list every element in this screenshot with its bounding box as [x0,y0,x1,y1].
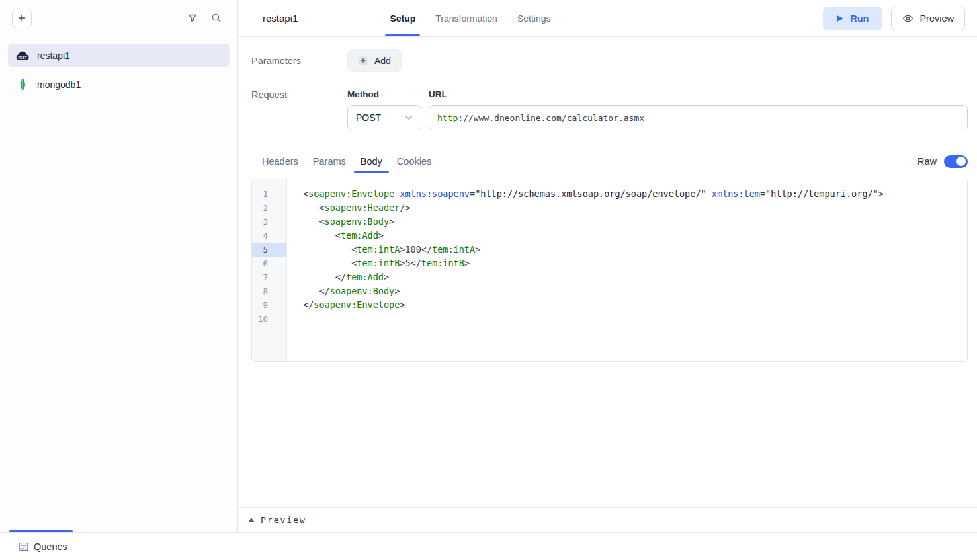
tab-body[interactable]: Body [354,150,389,173]
filter-button[interactable] [183,9,202,28]
line-number: 9 [252,298,286,312]
code-line[interactable]: <tem:intB>5</tem:intB> [303,257,967,270]
preview-panel-toggle[interactable]: Preview [238,507,977,532]
code-line[interactable]: </soapenv:Body> [303,284,967,298]
method-label: Method [347,89,421,99]
editor-gutter: 12345678910 [252,179,287,361]
method-select[interactable]: POST [347,105,421,130]
code-line[interactable]: <tem:Add> [303,229,967,243]
preview-panel-label: Preview [261,515,306,525]
line-number: 1 [252,187,286,201]
mongodb-icon [14,78,31,91]
raw-label: Raw [917,156,937,167]
entity-list: REST restapi1 mongodb1 [0,37,237,103]
tab-transformation[interactable]: Transformation [425,0,507,36]
add-entity-button[interactable] [12,9,32,28]
tab-cookies[interactable]: Cookies [390,150,438,173]
setup-content: Parameters Add Request Method POST [238,37,977,507]
request-row: Request Method POST URL http://www.dneon… [251,89,968,130]
code-line[interactable] [303,312,967,326]
sidebar-item-restapi1[interactable]: REST restapi1 [8,44,230,67]
app-window: REST restapi1 mongodb1 [0,0,977,560]
tab-headers[interactable]: Headers [255,150,305,173]
run-button[interactable]: Run [823,7,882,30]
code-line[interactable]: <soapenv:Body> [303,215,967,229]
sidebar-item-mongodb1[interactable]: mongodb1 [8,73,230,97]
method-value: POST [356,112,381,123]
search-button[interactable] [207,9,226,28]
plus-square-icon [358,56,368,66]
plus-icon [17,13,26,24]
main-panel: restapi1 Setup Transformation Settings R… [238,0,977,532]
line-number: 7 [252,270,286,284]
line-number: 4 [252,229,286,243]
tab-queries[interactable]: Queries [19,541,67,552]
code-line[interactable]: <soapenv:Header/> [303,201,967,215]
chevron-down-icon [405,115,413,120]
line-number: 3 [252,215,286,229]
toggle-knob [956,157,966,166]
method-field-group: Method POST [347,89,421,130]
editor-code[interactable]: <soapenv:Envelope xmlns:soapenv="http://… [287,179,967,361]
triangle-up-icon [248,518,255,522]
add-parameter-button[interactable]: Add [347,49,402,72]
sidebar: REST restapi1 mongodb1 [0,0,238,532]
line-number: 5 [252,243,286,257]
raw-toggle[interactable] [944,155,968,168]
url-field-group: URL http://www.dneonline.com/calculator.… [429,89,968,130]
header-actions: Run Preview [823,7,965,30]
queries-icon [19,542,28,551]
code-line[interactable]: </soapenv:Envelope> [303,298,967,312]
line-number: 6 [252,257,286,270]
entity-label: restapi1 [37,50,70,61]
code-line[interactable]: </tem:Add> [303,270,967,284]
line-number: 10 [252,312,286,326]
play-icon [837,15,844,22]
search-icon [211,13,222,25]
tab-setup[interactable]: Setup [380,0,425,36]
request-label: Request [251,89,347,130]
filter-icon [187,13,198,25]
parameters-label: Parameters [251,56,347,66]
query-header: restapi1 Setup Transformation Settings R… [238,0,977,37]
code-line[interactable]: <tem:intA>100</tem:intA> [303,243,967,257]
preview-button[interactable]: Preview [891,7,965,30]
queries-tab-label: Queries [34,541,67,552]
body-editor[interactable]: 12345678910 <soapenv:Envelope xmlns:soap… [251,179,968,362]
line-number: 8 [252,284,286,298]
url-input[interactable]: http://www.dneonline.com/calculator.asmx [429,105,968,130]
rest-api-icon: REST [14,50,31,61]
code-line[interactable]: <soapenv:Envelope xmlns:soapenv="http://… [303,187,967,201]
parameters-row: Parameters Add [251,49,968,72]
main-row: REST restapi1 mongodb1 [0,0,977,532]
svg-text:REST: REST [18,56,26,59]
entity-label: mongodb1 [37,79,81,90]
sidebar-toolbar [0,0,237,37]
header-tabs: Setup Transformation Settings [380,0,560,36]
request-config-tabs: Headers Params Body Cookies Raw [255,150,968,173]
tab-params[interactable]: Params [306,150,353,173]
active-tab-indicator [9,530,73,532]
url-label: URL [429,89,968,99]
bottom-tab-bar: Queries [0,532,977,560]
eye-icon [902,13,913,24]
raw-toggle-group: Raw [917,155,968,168]
line-number: 2 [252,201,286,215]
tab-settings[interactable]: Settings [507,0,561,36]
page-title: restapi1 [263,13,298,24]
